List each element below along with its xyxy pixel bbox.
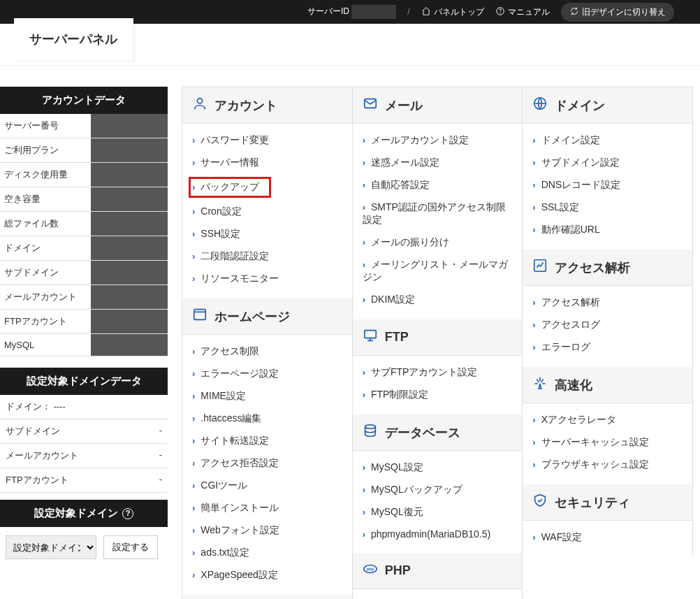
category-item[interactable]: ›PHP Ver.切替 <box>363 595 513 599</box>
item-link[interactable]: ›ads.txt設定 <box>192 547 249 559</box>
item-link[interactable]: ›サブFTPアカウント設定 <box>363 366 478 379</box>
set-domain-button[interactable]: 設定する <box>103 535 158 559</box>
item-link[interactable]: ›サーバー情報 <box>192 157 259 169</box>
item-link[interactable]: ›SSL設定 <box>532 201 579 214</box>
panel-top-link[interactable]: パネルトップ <box>421 6 484 18</box>
svg-point-1 <box>500 13 500 13</box>
category-item[interactable]: ›SSH設定 <box>192 223 342 245</box>
category-item[interactable]: ›DKIM設定 <box>363 289 513 311</box>
category-item[interactable]: ›WAF設定 <box>532 526 683 549</box>
chevron-right-icon: › <box>363 507 365 517</box>
category-item[interactable]: ›DNSレコード設定 <box>532 174 683 196</box>
category-items: ›WAF設定 <box>523 521 692 557</box>
category-item[interactable]: ›アクセス解析 <box>532 291 683 314</box>
domain-row: ドメイン： ---- <box>0 395 168 419</box>
category-item[interactable]: ›SMTP認証の国外アクセス制限設定 <box>363 196 513 231</box>
category-item[interactable]: ›二段階認証設定 <box>192 245 342 268</box>
item-link[interactable]: ›Webフォント設定 <box>192 524 279 537</box>
manual-link[interactable]: マニュアル <box>495 6 550 18</box>
item-link[interactable]: ›メーリングリスト・メールマガジン <box>363 259 513 284</box>
item-link[interactable]: ›FTP制限設定 <box>363 389 429 401</box>
item-link[interactable]: ›アクセス解析 <box>532 296 599 309</box>
item-link[interactable]: ›DKIM設定 <box>363 294 415 306</box>
item-link[interactable]: ›MySQLバックアップ <box>363 484 462 496</box>
category-item[interactable]: ›アクセスログ <box>532 314 683 336</box>
item-link[interactable]: ›アクセス制限 <box>192 345 259 358</box>
item-link[interactable]: ›DNSレコード設定 <box>532 179 620 192</box>
item-link[interactable]: ›自動応答設定 <box>363 179 430 192</box>
category-item[interactable]: ›phpmyadmin(MariaDB10.5) <box>363 524 513 544</box>
item-link[interactable]: ›SSH設定 <box>192 228 240 240</box>
category-item[interactable]: ›Xアクセラレータ <box>532 409 683 431</box>
category-item[interactable]: ›自動応答設定 <box>363 174 513 196</box>
item-link[interactable]: ›WAF設定 <box>532 531 582 544</box>
item-link[interactable]: ›エラーログ <box>532 341 590 354</box>
item-link[interactable]: ›リソースモニター <box>192 273 279 285</box>
category-item[interactable]: ›バックアップ <box>192 174 342 201</box>
item-link[interactable]: ›XPageSpeed設定 <box>192 569 278 582</box>
category-item[interactable]: ›パスワード変更 <box>192 129 342 152</box>
item-link[interactable]: ›サイト転送設定 <box>192 435 269 447</box>
item-link[interactable]: ›SMTP認証の国外アクセス制限設定 <box>363 201 513 226</box>
category-item[interactable]: ›動作確認URL <box>532 219 683 241</box>
category-item[interactable]: ›ドメイン設定 <box>532 129 683 152</box>
row-label: メールアカウント <box>6 449 78 462</box>
row-value: - <box>159 449 162 462</box>
category-item[interactable]: ›MySQL復元 <box>363 501 513 524</box>
item-link[interactable]: ›アクセスログ <box>532 319 599 331</box>
category-item[interactable]: ›MySQL設定 <box>363 456 513 479</box>
item-link[interactable]: ›ブラウザキャッシュ設定 <box>532 459 648 471</box>
category-item[interactable]: ›MySQLバックアップ <box>363 479 513 501</box>
category-item[interactable]: ›エラーログ <box>532 336 683 359</box>
category-item[interactable]: ›迷惑メール設定 <box>363 152 513 174</box>
category-item[interactable]: ›SSL設定 <box>532 196 683 219</box>
item-link[interactable]: ›メールアカウント設定 <box>363 134 469 147</box>
row-label: サブドメイン <box>6 425 60 438</box>
item-link[interactable]: ›Cron設定 <box>192 205 242 218</box>
item-link[interactable]: ›phpmyadmin(MariaDB10.5) <box>363 528 491 540</box>
category-item[interactable]: ›サイト転送設定 <box>192 430 342 452</box>
help-circle-icon[interactable]: ? <box>122 508 133 519</box>
category-item[interactable]: ›FTP制限設定 <box>363 384 513 406</box>
category-item[interactable]: ›メーリングリスト・メールマガジン <box>363 254 513 289</box>
category-item[interactable]: ›ads.txt設定 <box>192 542 342 564</box>
category-item[interactable]: ›サブFTPアカウント設定 <box>363 361 513 384</box>
item-link[interactable]: ›パスワード変更 <box>192 134 269 147</box>
category-item[interactable]: ›サブドメイン設定 <box>532 152 683 174</box>
item-link[interactable]: ›二段階認証設定 <box>192 250 269 263</box>
item-link[interactable]: ›.htaccess編集 <box>192 412 261 425</box>
switch-design-button[interactable]: 旧デザインに切り替え <box>561 3 674 22</box>
item-link[interactable]: ›エラーページ設定 <box>192 368 279 380</box>
category-item[interactable]: ›MIME設定 <box>192 385 342 407</box>
item-link[interactable]: ›MySQL復元 <box>363 506 423 519</box>
category-item[interactable]: ›サーバーキャッシュ設定 <box>532 431 683 454</box>
category-item[interactable]: ›簡単インストール <box>192 497 342 519</box>
item-link[interactable]: ›MIME設定 <box>192 390 246 403</box>
category-item[interactable]: ›メールアカウント設定 <box>363 129 513 152</box>
category-item[interactable]: ›CGIツール <box>192 475 342 497</box>
category-item[interactable]: ›エラーページ設定 <box>192 363 342 385</box>
category-item[interactable]: ›サーバー情報 <box>192 152 342 174</box>
item-link[interactable]: ›動作確認URL <box>532 224 599 236</box>
item-link[interactable]: ›MySQL設定 <box>363 461 423 474</box>
item-link[interactable]: ›迷惑メール設定 <box>363 157 439 169</box>
category-item[interactable]: ›アクセス制限 <box>192 340 342 363</box>
item-link[interactable]: ›Xアクセラレータ <box>532 414 616 426</box>
category-item[interactable]: ›.htaccess編集 <box>192 407 342 430</box>
category-item[interactable]: ›リソースモニター <box>192 268 342 290</box>
item-link[interactable]: ›CGIツール <box>192 479 247 492</box>
item-link[interactable]: ›サーバーキャッシュ設定 <box>532 436 648 449</box>
category-item[interactable]: ›Webフォント設定 <box>192 519 342 542</box>
item-link[interactable]: ›サブドメイン設定 <box>532 157 619 169</box>
category-item[interactable]: ›ブラウザキャッシュ設定 <box>532 454 683 476</box>
item-link[interactable]: ›メールの振り分け <box>363 236 449 249</box>
item-link[interactable]: ›ドメイン設定 <box>532 134 599 147</box>
item-link[interactable]: ›簡単インストール <box>192 502 279 514</box>
item-link[interactable]: ›アクセス拒否設定 <box>192 457 279 470</box>
category-item[interactable]: ›アクセス拒否設定 <box>192 452 342 475</box>
category-item[interactable]: ›XPageSpeed設定 <box>192 564 342 586</box>
category-item[interactable]: ›Cron設定 <box>192 201 342 223</box>
domain-select[interactable]: 設定対象ドメイン: <box>6 535 96 559</box>
category-item[interactable]: ›メールの振り分け <box>363 231 513 254</box>
item-link[interactable]: ›バックアップ <box>192 179 261 196</box>
